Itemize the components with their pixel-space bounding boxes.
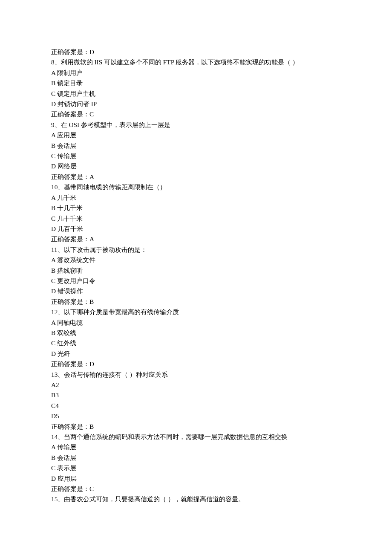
text-line: B 锁定目录 [51,78,341,88]
text-line: C4 [51,401,341,411]
text-line: 10、基带同轴电缆的传输距离限制在（） [51,182,341,192]
text-line: A 几千米 [51,193,341,203]
text-line: 12、以下哪种介质是带宽最高的有线传输介质 [51,307,341,317]
text-line: 正确答案是：B [51,297,341,307]
text-line: C 更改用户口令 [51,276,341,286]
text-line: C 表示层 [51,463,341,473]
text-line: D 错误操作 [51,286,341,296]
text-line: 正确答案是：A [51,234,341,244]
text-line: A 篡改系统文件 [51,255,341,265]
text-line: 11、以下攻击属于被动攻击的是： [51,245,341,255]
text-line: D5 [51,411,341,421]
text-line: 14、当两个通信系统的编码和表示方法不同时，需要哪一层完成数据信息的互相交换 [51,432,341,442]
text-line: D 封锁访问者 IP [51,99,341,109]
text-line: D 网络层 [51,161,341,171]
text-line: 13、会话与传输的连接有（ ）种对应关系 [51,370,341,380]
text-line: B 搭线窃听 [51,266,341,276]
text-line: 正确答案是：D [51,359,341,369]
text-line: 正确答案是：C [51,109,341,119]
text-line: A 传输层 [51,442,341,452]
text-line: 9、在 OSI 参考模型中，表示层的上一层是 [51,120,341,130]
text-line: B 会话层 [51,141,341,151]
text-line: C 红外线 [51,338,341,348]
text-line: B 双绞线 [51,328,341,338]
text-line: B3 [51,390,341,400]
text-line: C 传输层 [51,151,341,161]
text-line: D 应用层 [51,474,341,484]
text-line: B 会话层 [51,453,341,463]
text-line: A 限制用户 [51,68,341,78]
document-body: 正确答案是：D8、利用微软的 IIS 可以建立多个不同的 FTP 服务器，以下选… [51,47,341,505]
text-line: 正确答案是：A [51,172,341,182]
text-line: C 锁定用户主机 [51,89,341,99]
text-line: D 几百千米 [51,224,341,234]
text-line: B 十几千米 [51,203,341,213]
text-line: 15、由香农公式可知，只要提高信道的（ ），就能提高信道的容量。 [51,494,341,504]
text-line: 正确答案是：C [51,484,341,494]
text-line: 正确答案是：B [51,422,341,432]
text-line: D 光纤 [51,349,341,359]
text-line: 8、利用微软的 IIS 可以建立多个不同的 FTP 服务器，以下选项终不能实现的… [51,57,341,67]
text-line: A 同轴电缆 [51,318,341,328]
text-line: 正确答案是：D [51,47,341,57]
text-line: C 几十千米 [51,214,341,224]
text-line: A 应用层 [51,130,341,140]
text-line: A2 [51,380,341,390]
